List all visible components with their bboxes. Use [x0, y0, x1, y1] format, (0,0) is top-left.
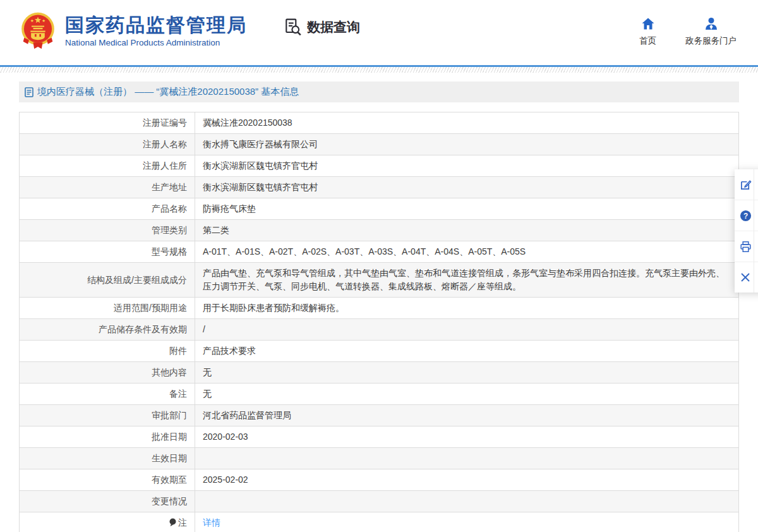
row-value	[195, 448, 739, 469]
doc-search-icon	[284, 18, 303, 37]
page-title-bar: 境内医疗器械（注册） —— “冀械注准20202150038” 基本信息	[19, 82, 739, 102]
row-label: 结构及组成/主要组成成分	[20, 263, 195, 298]
panel-item-help[interactable]: ? 常	[735, 200, 758, 231]
floating-tool-panel: 数 ? 常 打 关	[735, 169, 758, 293]
table-row: 注册证编号冀械注准20202150038	[20, 112, 739, 134]
content: 境内医疗器械（注册） —— “冀械注准20202150038” 基本信息 注册证…	[19, 82, 739, 532]
row-value: 2020-02-03	[195, 426, 739, 448]
row-value: 无	[195, 362, 739, 384]
row-value: 冀械注准20202150038	[195, 112, 739, 134]
table-row: 生效日期	[20, 448, 739, 469]
row-value: A-01T、A-01S、A-02T、A-02S、A-03T、A-03S、A-04…	[195, 241, 739, 263]
row-label: 管理类别	[20, 220, 195, 241]
data-query-section[interactable]: 数据查询	[284, 18, 360, 37]
info-table: 注册证编号冀械注准20202150038注册人名称衡水搏飞康医疗器械有限公司注册…	[19, 112, 739, 532]
row-label: 注册证编号	[20, 112, 195, 134]
row-value: 河北省药品监督管理局	[195, 405, 739, 426]
table-row: 有效期至2025-02-02	[20, 469, 739, 491]
table-row: 注详情	[20, 512, 739, 532]
row-label: 附件	[20, 341, 195, 362]
org-name-cn: 国家药品监督管理局	[65, 15, 247, 37]
question-icon: ?	[740, 210, 752, 222]
row-value: 无	[195, 384, 739, 405]
row-label: 型号规格	[20, 241, 195, 263]
row-label: 注册人名称	[20, 134, 195, 155]
row-label: 生产地址	[20, 177, 195, 198]
panel-item-edit[interactable]: 数	[735, 169, 758, 200]
row-value: 用于长期卧床患者预防和缓解褥疮。	[195, 298, 739, 319]
table-row: 其他内容无	[20, 362, 739, 384]
table-row: 生产地址衡水滨湖新区魏屯镇齐官屯村	[20, 177, 739, 198]
table-row: 适用范围/预期用途用于长期卧床患者预防和缓解褥疮。	[20, 298, 739, 319]
table-row: 备注无	[20, 384, 739, 405]
table-row: 管理类别第二类	[20, 220, 739, 241]
table-row: 审批部门河北省药品监督管理局	[20, 405, 739, 426]
row-value: /	[195, 319, 739, 341]
row-label: 适用范围/预期用途	[20, 298, 195, 319]
nav-portal[interactable]: 政务服务门户	[685, 16, 737, 47]
row-value: 衡水滨湖新区魏屯镇齐官屯村	[195, 155, 739, 177]
header-nav: 首页 政务服务门户	[639, 16, 737, 47]
table-row: 结构及组成/主要组成成分产品由气垫、充气泵和导气管组成，其中气垫由气室、垫布和气…	[20, 263, 739, 298]
table-row: 型号规格A-01T、A-01S、A-02T、A-02S、A-03T、A-03S、…	[20, 241, 739, 263]
brand: 国家药品监督管理局 National Medical Products Admi…	[19, 10, 247, 52]
nav-home[interactable]: 首页	[639, 16, 656, 47]
nav-home-label: 首页	[639, 35, 656, 47]
row-label: 注	[20, 512, 195, 532]
row-label: 批准日期	[20, 426, 195, 448]
nav-portal-label: 政务服务门户	[685, 35, 737, 47]
row-label: 产品储存条件及有效期	[20, 319, 195, 341]
table-row: 产品储存条件及有效期/	[20, 319, 739, 341]
row-label: 有效期至	[20, 469, 195, 491]
row-value	[195, 491, 739, 512]
brand-text: 国家药品监督管理局 National Medical Products Admi…	[65, 15, 247, 48]
page-title: 境内医疗器械（注册） —— “冀械注准20202150038” 基本信息	[37, 86, 299, 98]
national-emblem-logo	[19, 10, 57, 52]
user-icon	[704, 16, 719, 31]
org-name-en: National Medical Products Administration	[65, 38, 247, 47]
panel-item-print[interactable]: 打	[735, 231, 758, 262]
table-row: 注册人住所衡水滨湖新区魏屯镇齐官屯村	[20, 155, 739, 177]
row-value: 第二类	[195, 220, 739, 241]
header-hatch-band	[0, 67, 758, 73]
site-header: 国家药品监督管理局 National Medical Products Admi…	[0, 0, 758, 65]
row-value: 防褥疮气床垫	[195, 198, 739, 220]
row-label: 其他内容	[20, 362, 195, 384]
row-label: 备注	[20, 384, 195, 405]
row-value: 衡水滨湖新区魏屯镇齐官屯村	[195, 177, 739, 198]
edit-icon	[740, 179, 752, 191]
home-icon	[641, 16, 656, 31]
close-icon	[740, 272, 751, 283]
document-icon	[25, 87, 33, 97]
row-label: 产品名称	[20, 198, 195, 220]
printer-icon	[740, 241, 752, 253]
info-table-body: 注册证编号冀械注准20202150038注册人名称衡水搏飞康医疗器械有限公司注册…	[20, 112, 739, 532]
row-value: 衡水搏飞康医疗器械有限公司	[195, 134, 739, 155]
data-query-label: 数据查询	[307, 18, 360, 36]
row-label: 注册人住所	[20, 155, 195, 177]
table-row: 产品名称防褥疮气床垫	[20, 198, 739, 220]
note-balloon-icon	[169, 518, 176, 527]
table-row: 附件产品技术要求	[20, 341, 739, 362]
row-value: 产品技术要求	[195, 341, 739, 362]
detail-link[interactable]: 详情	[203, 517, 220, 528]
row-label: 审批部门	[20, 405, 195, 426]
page: 国家药品监督管理局 National Medical Products Admi…	[0, 0, 758, 532]
row-label: 变更情况	[20, 491, 195, 512]
row-label: 生效日期	[20, 448, 195, 469]
row-value: 2025-02-02	[195, 469, 739, 491]
table-row: 批准日期2020-02-03	[20, 426, 739, 448]
row-value: 详情	[195, 512, 739, 532]
row-value: 产品由气垫、充气泵和导气管组成，其中气垫由气室、垫布和气道连接管组成，条形气室与…	[195, 263, 739, 298]
table-row: 变更情况	[20, 491, 739, 512]
svg-text:?: ?	[743, 211, 748, 220]
table-row: 注册人名称衡水搏飞康医疗器械有限公司	[20, 134, 739, 155]
panel-item-close[interactable]: 关	[735, 262, 758, 293]
